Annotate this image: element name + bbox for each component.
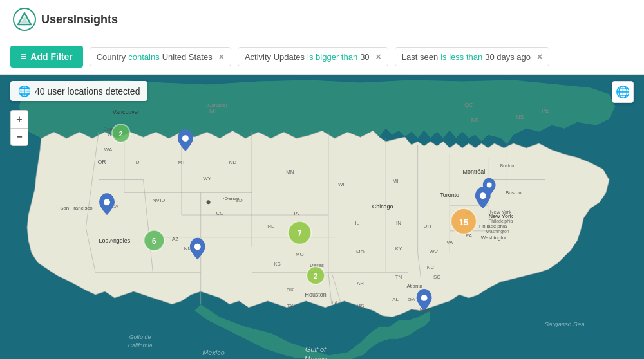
svg-text:MN: MN	[286, 169, 294, 175]
svg-text:2: 2	[314, 272, 317, 280]
svg-text:California: California	[128, 342, 153, 349]
svg-text:San Francisco: San Francisco	[60, 205, 93, 211]
svg-text:Atlanta: Atlanta	[406, 283, 422, 289]
svg-text:WY: WY	[203, 176, 211, 181]
svg-text:AZ: AZ	[172, 236, 178, 242]
svg-text:7: 7	[298, 229, 302, 238]
filter-country-field: Country	[97, 52, 126, 62]
svg-text:Los Angeles: Los Angeles	[99, 237, 131, 244]
svg-text:15: 15	[459, 217, 468, 227]
filter-country-value: United States	[162, 52, 213, 62]
svg-text:Gulf of: Gulf of	[305, 345, 327, 353]
filter-lastseen-operator: is less than	[440, 52, 482, 62]
svg-text:Philadelphia: Philadelphia	[479, 223, 507, 229]
svg-point-115	[480, 192, 486, 199]
filter-chip-lastseen: Last seen is less than 30 days ago ×	[395, 47, 549, 66]
svg-text:OH: OH	[424, 223, 431, 229]
filter-lastseen-value: 30 days ago	[485, 52, 531, 62]
svg-text:(Canada): (Canada)	[206, 102, 227, 108]
filter-lastseen-field: Last seen	[402, 52, 438, 62]
filter-icon: ≡	[21, 51, 26, 62]
svg-text:Washington: Washington	[486, 229, 509, 234]
map-locations-badge: 🌐 40 user locations detected	[10, 81, 147, 101]
svg-text:ID: ID	[135, 160, 140, 165]
filter-bar: ≡ Add Filter Country contains United Sta…	[0, 39, 644, 75]
filter-chip-activity: Activity Updates is bigger than 30 ×	[238, 47, 388, 66]
svg-text:IA: IA	[294, 210, 299, 216]
svg-text:QC: QC	[464, 102, 473, 108]
map-container[interactable]: 🌐 40 user locations detected 🌐 + −	[0, 75, 644, 359]
locations-count: 40 user locations detected	[35, 86, 140, 97]
svg-text:AR: AR	[357, 281, 364, 286]
svg-text:Vancouver: Vancouver	[113, 109, 140, 115]
svg-text:MT: MT	[178, 160, 185, 165]
svg-point-113	[194, 244, 201, 250]
svg-text:WI: WI	[338, 181, 345, 187]
svg-text:OK: OK	[287, 287, 294, 293]
svg-text:MI: MI	[393, 178, 399, 184]
svg-text:Mexico: Mexico	[202, 349, 225, 356]
svg-text:WV: WV	[430, 249, 438, 255]
map-svg: OR CA WA ID NV AZ MT ID WY CO NM ND SD N…	[0, 75, 644, 359]
zoom-out-button[interactable]: −	[10, 128, 28, 146]
svg-text:KY: KY	[395, 246, 402, 252]
add-filter-label: Add Filter	[30, 51, 72, 62]
filter-country-remove[interactable]: ×	[219, 51, 224, 62]
filter-activity-operator: is bigger than	[307, 52, 357, 62]
svg-point-109	[182, 135, 189, 142]
svg-text:Boston: Boston	[506, 190, 522, 196]
svg-text:SC: SC	[433, 274, 440, 280]
svg-text:ID: ID	[160, 198, 165, 203]
svg-text:6: 6	[152, 237, 156, 246]
svg-text:VA: VA	[446, 239, 453, 245]
svg-text:New York: New York	[489, 213, 513, 219]
svg-text:GA: GA	[408, 297, 415, 302]
globe-view-icon: 🌐	[616, 85, 630, 99]
svg-text:MS: MS	[357, 303, 365, 309]
svg-text:2: 2	[119, 130, 123, 138]
svg-point-117	[421, 295, 428, 301]
svg-text:MT: MT	[209, 107, 218, 114]
svg-text:Boston: Boston	[500, 163, 515, 168]
svg-text:TX: TX	[287, 303, 294, 309]
filter-activity-remove[interactable]: ×	[376, 51, 381, 62]
svg-text:ND: ND	[229, 160, 237, 165]
logo-icon	[13, 8, 36, 31]
svg-text:Sargasso Sea: Sargasso Sea	[545, 320, 585, 327]
globe-icon: 🌐	[18, 85, 31, 97]
svg-text:MO: MO	[296, 252, 304, 257]
svg-point-129	[487, 182, 492, 187]
svg-text:TN: TN	[395, 274, 402, 280]
svg-text:WA: WA	[104, 147, 113, 152]
svg-text:MO: MO	[356, 249, 365, 255]
filter-country-operator: contains	[128, 52, 159, 62]
zoom-in-button[interactable]: +	[10, 110, 28, 128]
svg-text:IN: IN	[396, 220, 401, 226]
svg-text:LA: LA	[332, 300, 338, 306]
filter-lastseen-remove[interactable]: ×	[537, 51, 542, 62]
svg-text:Toronto: Toronto	[440, 192, 459, 198]
svg-text:Golfo de: Golfo de	[129, 334, 151, 340]
svg-text:Chicago: Chicago	[372, 203, 393, 210]
svg-text:NV: NV	[153, 198, 160, 203]
svg-point-94	[207, 200, 211, 204]
add-filter-button[interactable]: ≡ Add Filter	[10, 46, 83, 68]
svg-text:AL: AL	[392, 297, 399, 302]
svg-text:NS: NS	[516, 114, 524, 120]
svg-text:CO: CO	[216, 210, 223, 216]
filter-chip-country: Country contains United States ×	[90, 47, 231, 66]
app-header: UsersInsights	[0, 0, 644, 39]
svg-text:KS: KS	[274, 261, 281, 267]
zoom-controls: + −	[10, 110, 28, 146]
map-globe-button[interactable]: 🌐	[612, 81, 634, 103]
svg-text:Montréal: Montréal	[463, 169, 486, 175]
filter-activity-field: Activity Updates	[245, 52, 305, 62]
svg-point-111	[104, 199, 110, 205]
svg-text:Mexico: Mexico	[305, 355, 327, 359]
svg-text:Washington: Washington	[481, 235, 507, 241]
svg-text:OR: OR	[97, 159, 106, 165]
app-title: UsersInsights	[41, 13, 118, 26]
logo: UsersInsights	[13, 8, 118, 31]
svg-text:NB: NB	[471, 117, 479, 124]
filter-activity-value: 30	[360, 52, 369, 62]
